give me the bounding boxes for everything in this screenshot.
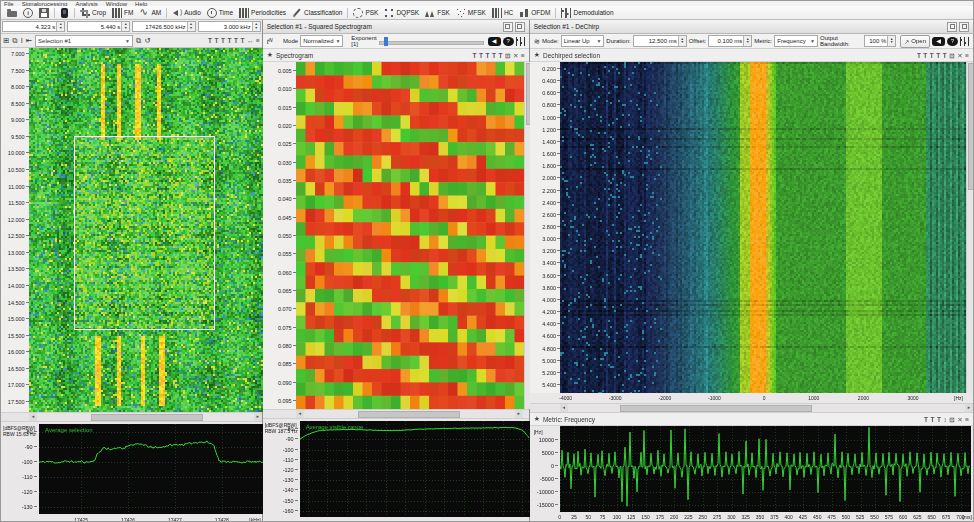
toolbar-button-dqpsk[interactable]: DQPSK (381, 7, 422, 19)
menu-item-file[interactable]: File (4, 1, 14, 6)
spin-buttons[interactable]: ▲▼ (56, 22, 64, 31)
menu-item-window[interactable]: Window (106, 1, 127, 6)
spin-buttons[interactable]: ▲▼ (678, 36, 686, 46)
scroll-left-icon[interactable]: ◂ (29, 413, 37, 421)
spin-buttons[interactable]: ▲▼ (743, 36, 751, 46)
time-power-icon[interactable]: tᴺ (267, 36, 273, 47)
dechirped-spectrogram-canvas[interactable] (560, 62, 966, 393)
zoom-tool-icon[interactable]: T (923, 50, 927, 61)
menu-item-analysis[interactable]: Analysis (75, 1, 97, 6)
spin-buttons[interactable]: ▲▼ (187, 22, 195, 31)
zoom-tool-icon[interactable]: ≡ (256, 35, 260, 46)
time-start-value[interactable]: 4.323 s (3, 24, 56, 30)
output-bandwidth-field[interactable]: 100 % ▲▼ (864, 35, 896, 47)
zoom-tool-icon[interactable]: T (214, 35, 218, 46)
offset-field[interactable]: 0.100 ms ▲▼ (708, 35, 752, 47)
scrollbar-thumb[interactable] (358, 411, 460, 418)
selection-tool-icon[interactable]: I (21, 35, 23, 46)
time-span-field[interactable]: 5.440 s ▲▼ (67, 21, 130, 32)
zoom-tool-icon[interactable]: T (943, 50, 947, 61)
toolbar-button-info[interactable] (20, 7, 36, 19)
metric-combobox[interactable]: Frequency ▼ (774, 35, 818, 47)
zoom-tool-icon[interactable]: T (924, 414, 928, 425)
duration-value[interactable]: 12.500 ms (634, 38, 678, 44)
selection-tool-icon[interactable]: ⧉ (12, 35, 17, 46)
chirp-icon[interactable]: ≋ (534, 36, 540, 47)
zoom-tool-icon[interactable]: T (930, 50, 934, 61)
close-window-icon[interactable] (515, 22, 525, 32)
center-frequency-value[interactable]: 17426.500 kHz (133, 24, 186, 30)
toolbar-button-mfsk[interactable]: MFSK (453, 7, 489, 19)
exponent-slider[interactable] (379, 37, 484, 46)
zoom-tool-icon[interactable]: T (221, 35, 225, 46)
toolbar-button-demodulation[interactable]: Demodulation (558, 7, 616, 19)
toolbar-button-crop[interactable]: Crop (77, 7, 109, 19)
toolbar-button-classification[interactable]: Classification (289, 7, 345, 19)
float-window-icon[interactable] (503, 22, 513, 32)
zoom-tool-icon[interactable]: T (931, 414, 935, 425)
spectrogram-vscrollbar[interactable] (966, 62, 974, 393)
zoom-tool-icon[interactable]: T (227, 35, 231, 46)
slider-handle[interactable] (384, 37, 388, 46)
toolbar-button-am[interactable]: AM (136, 7, 164, 19)
toolbar-button-fsk[interactable]: FSK (422, 7, 453, 19)
zoom-tool-icon[interactable]: T (917, 50, 921, 61)
toolbar-button-ofdm[interactable]: OFDM (516, 7, 553, 19)
zoom-tool-icon[interactable]: ⊡ (949, 414, 954, 425)
scroll-right-icon[interactable]: ▸ (515, 410, 523, 418)
zoom-tool-icon[interactable]: T (486, 50, 490, 61)
scrollbar-thumb[interactable] (91, 414, 203, 421)
bandwidth-field[interactable]: 3.000 kHz ▲▼ (198, 21, 261, 32)
zoom-tool-icon[interactable]: ⊡ (949, 50, 954, 61)
zoom-tool-icon[interactable]: ≡ (965, 414, 969, 425)
open-button[interactable]: ↗ Open (900, 35, 930, 48)
selection-combobox[interactable]: Selection #1 ▼ (35, 35, 133, 47)
mode-combobox[interactable]: Linear Up ▼ (561, 35, 605, 47)
squared-spectrogram-canvas[interactable] (296, 62, 524, 409)
zoom-tool-icon[interactable]: ↔ (247, 35, 254, 46)
selection-tool-icon[interactable]: ⊞ (3, 35, 9, 46)
center-frequency-field[interactable]: 17426.500 kHz ▲▼ (132, 21, 195, 32)
scroll-left-icon[interactable]: ◂ (296, 410, 304, 418)
spin-buttons[interactable]: ▲▼ (252, 22, 260, 31)
zoom-tool-icon[interactable]: T (936, 50, 940, 61)
scrollbar-thumb[interactable] (968, 63, 974, 190)
mode-combobox[interactable]: Normalized ▼ (300, 35, 343, 47)
toolbar-button-save[interactable] (36, 7, 52, 19)
spin-buttons[interactable]: ▲▼ (887, 36, 895, 46)
zoom-tool-icon[interactable]: T (498, 50, 502, 61)
toolbar-button-periodicities[interactable]: Periodicities (236, 7, 289, 19)
help-icon[interactable]: ? (947, 37, 958, 46)
spectrogram-hscrollbar[interactable]: ◂ ▸ (530, 403, 973, 413)
average-visible-range-canvas[interactable] (300, 421, 530, 517)
back-icon[interactable]: ◀ (488, 37, 501, 46)
toolbar-button-hc[interactable]: HC (489, 7, 516, 19)
scroll-right-icon[interactable]: ▸ (965, 404, 973, 412)
overview-hscrollbar[interactable]: ◂ ▸ (1, 412, 262, 422)
toolbar-button-device[interactable] (57, 7, 72, 19)
toolbar-button-folder[interactable] (4, 7, 20, 19)
zoom-tool-icon[interactable]: T (473, 50, 477, 61)
selection-action-icon[interactable]: ⧉ (136, 35, 141, 46)
zoom-tool-icon[interactable]: T (479, 50, 483, 61)
toolbar-button-audio[interactable]: Audio (169, 7, 204, 19)
zoom-tool-icon[interactable]: T (208, 35, 212, 46)
selection-action-icon[interactable]: ↺ (144, 35, 150, 46)
zoom-tool-icon[interactable]: ≡ (965, 50, 969, 61)
metric-frequency-canvas[interactable] (560, 426, 971, 512)
favorite-star-icon[interactable]: ★ (267, 51, 273, 59)
float-window-icon[interactable] (947, 22, 957, 32)
scroll-right-icon[interactable]: ▸ (254, 413, 262, 421)
zoom-tool-icon[interactable]: ✕ (957, 50, 962, 61)
time-span-value[interactable]: 5.440 s (68, 24, 121, 30)
toolbar-button-fm[interactable]: FM (109, 7, 136, 19)
bandwidth-value[interactable]: 3.000 kHz (199, 24, 252, 30)
output-bandwidth-value[interactable]: 100 % (865, 38, 887, 44)
menu-item-signalprocessing[interactable]: Signalprocessing (22, 1, 68, 6)
zoom-tool-icon[interactable]: ✕ (957, 414, 962, 425)
spectrogram-hscrollbar[interactable]: ◂ ▸ (263, 409, 529, 419)
filter-settings-icon[interactable] (516, 37, 525, 46)
favorite-star-icon[interactable]: ★ (534, 415, 540, 423)
back-icon[interactable]: ◀ (932, 37, 945, 46)
scroll-left-icon[interactable]: ◂ (560, 404, 568, 412)
